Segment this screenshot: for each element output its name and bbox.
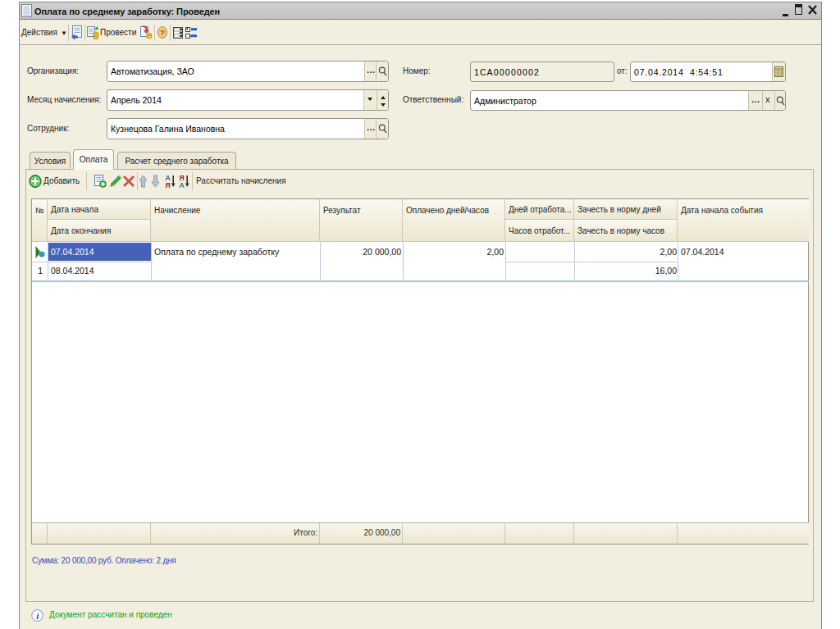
svg-text:А: А (179, 181, 185, 189)
svg-text:?: ? (160, 28, 165, 37)
svg-text:Я: Я (165, 181, 170, 189)
